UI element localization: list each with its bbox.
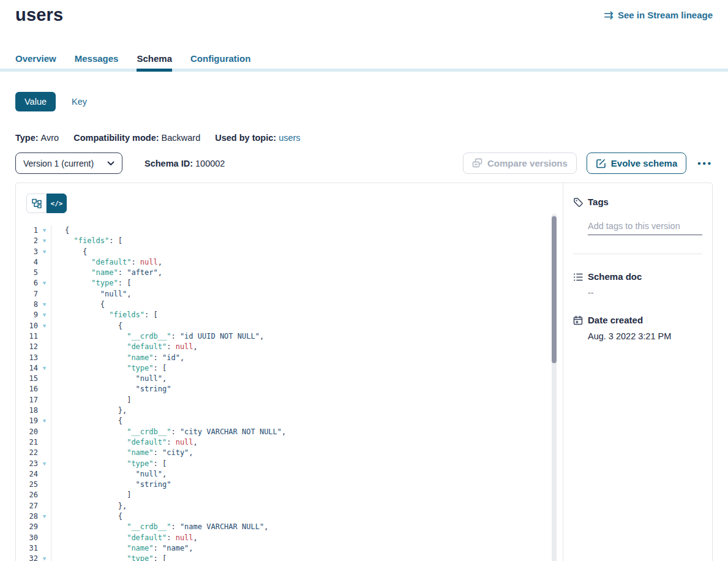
tab-overview[interactable]: Overview — [15, 53, 56, 72]
code-line: 32▼ "type": [ — [16, 554, 563, 561]
code-text: "fields": [ — [51, 236, 122, 246]
fold-spacer — [38, 257, 51, 268]
tags-title: Tags — [588, 197, 702, 208]
topic-link[interactable]: users — [279, 133, 300, 143]
fold-toggle-icon[interactable]: ▼ — [38, 299, 51, 310]
add-tags-input[interactable] — [588, 220, 702, 235]
code-text: { — [51, 247, 87, 257]
code-line: 31 "name": "name", — [16, 543, 563, 554]
code-view-button[interactable]: </> — [47, 194, 67, 213]
evolve-schema-button[interactable]: Evolve schema — [587, 152, 686, 174]
code-line: 5 "name": "after", — [16, 268, 563, 278]
schema-meta-row: Type:Avro Compatibility mode:Backward Us… — [15, 133, 713, 143]
code-line: 25 "string" — [16, 480, 563, 490]
fold-toggle-icon[interactable]: ▼ — [38, 511, 51, 522]
tab-messages[interactable]: Messages — [75, 53, 119, 72]
meta-compatibility: Compatibility mode:Backward — [73, 133, 200, 143]
line-number: 26 — [16, 490, 38, 500]
fold-toggle-icon[interactable]: ▼ — [38, 416, 51, 426]
fold-toggle-icon[interactable]: ▼ — [38, 236, 51, 246]
stream-lineage-icon: ⇉ — [604, 11, 614, 20]
fold-spacer — [38, 395, 51, 405]
fold-spacer — [38, 448, 51, 458]
schema-json-editor[interactable]: 1▼{2▼ "fields": [3▼ {4 "default": null,5… — [16, 225, 563, 561]
code-text: "string" — [51, 384, 171, 394]
tab-schema[interactable]: Schema — [137, 53, 172, 72]
tree-view-button[interactable] — [26, 194, 47, 213]
line-number: 29 — [16, 522, 38, 532]
fold-toggle-icon[interactable]: ▼ — [38, 278, 51, 288]
line-number: 16 — [16, 384, 38, 394]
schema-sidebar: Tags Schema doc -- — [563, 183, 712, 561]
value-key-toggle: Value Key — [15, 92, 713, 111]
code-line: 7 "null", — [16, 289, 563, 299]
code-view-icon: </> — [51, 200, 63, 208]
tree-view-icon — [32, 198, 42, 208]
edit-schema-icon — [596, 158, 606, 168]
code-line: 26 ] — [16, 490, 563, 500]
code-text: { — [51, 225, 69, 236]
code-text: { — [51, 511, 122, 522]
line-number: 15 — [16, 374, 38, 384]
code-line: 30 "default": null, — [16, 533, 563, 543]
evolve-schema-label: Evolve schema — [611, 158, 677, 168]
chevron-down-icon — [107, 161, 114, 166]
line-number: 20 — [16, 427, 38, 437]
fold-toggle-icon[interactable]: ▼ — [38, 554, 51, 561]
code-text: "fields": [ — [51, 310, 158, 320]
fold-spacer — [38, 437, 51, 448]
fold-spacer — [38, 490, 51, 500]
fold-toggle-icon[interactable]: ▼ — [38, 459, 51, 469]
line-number: 28 — [16, 511, 38, 522]
code-text: "null", — [51, 374, 167, 384]
schema-id-value: 100002 — [195, 159, 225, 168]
schema-doc-section: Schema doc -- — [573, 271, 702, 298]
line-number: 8 — [16, 299, 38, 310]
code-line: 2▼ "fields": [ — [16, 236, 563, 246]
fold-spacer — [38, 469, 51, 480]
fold-spacer — [38, 543, 51, 554]
tab-configuration[interactable]: Configuration — [190, 53, 250, 72]
code-line: 18 }, — [16, 405, 563, 416]
value-toggle-button[interactable]: Value — [15, 92, 56, 111]
code-text: "string" — [51, 480, 171, 490]
tag-icon — [573, 197, 588, 208]
code-text: "type": [ — [51, 554, 167, 561]
fold-spacer — [38, 480, 51, 490]
code-line: 10▼ { — [16, 321, 563, 331]
line-number: 18 — [16, 405, 38, 416]
code-text: "__crdb__": "name VARCHAR NULL", — [51, 522, 268, 532]
fold-toggle-icon[interactable]: ▼ — [38, 225, 51, 236]
line-number: 14 — [16, 363, 38, 374]
fold-spacer — [38, 384, 51, 394]
fold-toggle-icon[interactable]: ▼ — [38, 247, 51, 257]
more-options-button[interactable]: ••• — [697, 158, 713, 168]
version-select[interactable]: Version 1 (current) — [15, 152, 122, 174]
line-number: 21 — [16, 437, 38, 448]
fold-toggle-icon[interactable]: ▼ — [38, 310, 51, 320]
code-text: "name": "city", — [51, 448, 193, 458]
compare-versions-icon — [472, 158, 482, 168]
line-number: 24 — [16, 469, 38, 480]
fold-spacer — [38, 342, 51, 352]
code-text: }, — [51, 405, 127, 416]
fold-spacer — [38, 268, 51, 278]
tags-section: Tags — [573, 197, 702, 235]
code-scrollbar-track[interactable] — [552, 214, 557, 561]
see-in-stream-lineage-link[interactable]: ⇉ See in Stream lineage — [604, 10, 713, 20]
calendar-icon — [573, 315, 588, 326]
meta-topic-label: Used by topic: — [215, 133, 276, 143]
line-number: 12 — [16, 342, 38, 352]
code-line: 14▼ "type": [ — [16, 363, 563, 374]
fold-toggle-icon[interactable]: ▼ — [38, 321, 51, 331]
code-line: 3▼ { — [16, 247, 563, 257]
compare-versions-button[interactable]: Compare versions — [463, 152, 577, 174]
fold-toggle-icon[interactable]: ▼ — [38, 363, 51, 374]
fold-spacer — [38, 289, 51, 299]
date-created-value: Aug. 3 2022 3:21 PM — [588, 331, 702, 341]
code-scrollbar-thumb[interactable] — [552, 216, 557, 363]
key-toggle-button[interactable]: Key — [72, 97, 87, 107]
code-text: "name": "id", — [51, 353, 184, 363]
code-line: 11 "__crdb__": "id UUID NOT NULL", — [16, 331, 563, 342]
code-text: "name": "name", — [51, 543, 193, 554]
